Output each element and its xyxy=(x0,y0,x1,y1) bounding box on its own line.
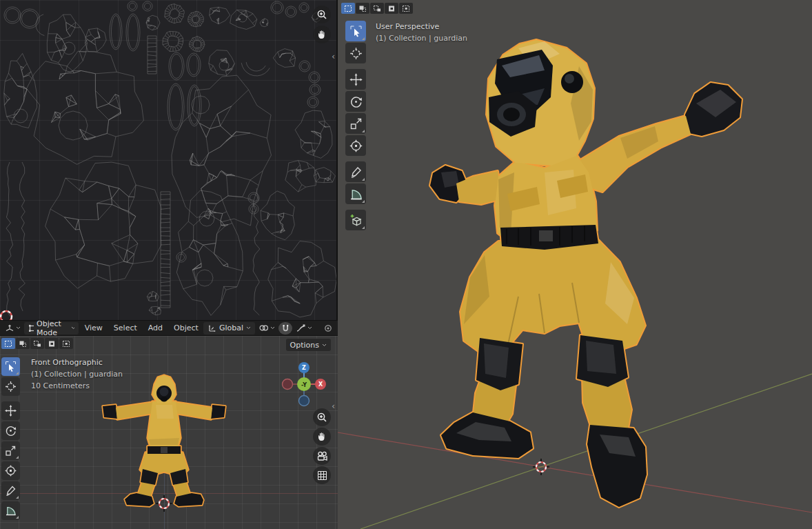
tool-annotate[interactable] xyxy=(1,481,20,500)
select-mode-extend[interactable] xyxy=(356,3,369,14)
chevron-down-icon xyxy=(71,326,74,330)
tool-rotate[interactable] xyxy=(1,421,20,440)
menu-view[interactable]: View xyxy=(80,322,108,334)
chevron-down-icon xyxy=(16,326,21,330)
mode-label: Object Mode xyxy=(37,319,68,337)
user-perspective-viewport[interactable]: User Perspective (1) Collection | guardi… xyxy=(338,0,812,529)
select-mode-intersect[interactable] xyxy=(59,338,73,349)
pivot-point-icon xyxy=(258,323,269,332)
tool-cursor[interactable] xyxy=(1,377,20,396)
select-mode-row-user xyxy=(341,3,413,14)
select-mode-intersect[interactable] xyxy=(399,3,413,14)
viewport-info-user: User Perspective (1) Collection | guardi… xyxy=(376,21,467,44)
uv-zoom-button[interactable] xyxy=(313,6,331,23)
select-mode-new[interactable] xyxy=(341,3,355,14)
tool-move[interactable] xyxy=(345,69,366,90)
navigation-gizmo[interactable]: Z X -Y xyxy=(281,361,327,408)
orientation-label: Global xyxy=(219,323,243,332)
tool-add-cube[interactable] xyxy=(345,210,366,230)
viewport-info-front: Front Orthographic (1) Collection | guar… xyxy=(31,357,123,392)
tool-measure[interactable] xyxy=(345,183,366,204)
tool-annotate[interactable] xyxy=(345,161,366,182)
grid-icon xyxy=(317,470,327,481)
view-label: User Perspective xyxy=(376,21,467,32)
proportional-falloff-icon xyxy=(296,323,306,332)
tool-transform[interactable] xyxy=(1,461,20,480)
options-dropdown[interactable]: Options xyxy=(286,339,331,351)
select-mode-invert[interactable] xyxy=(45,338,59,349)
chevron-down-icon xyxy=(270,326,275,330)
menu-add[interactable]: Add xyxy=(143,322,168,334)
toolbar-front xyxy=(1,357,20,521)
camera-icon xyxy=(316,451,328,461)
snap-magnet-icon xyxy=(281,323,290,333)
tool-rotate[interactable] xyxy=(345,91,366,112)
chevron-down-icon xyxy=(322,343,327,347)
view-label: Front Orthographic xyxy=(31,357,123,368)
breadcrumb: (1) Collection | guardian xyxy=(376,32,467,44)
gizmo-x-label: X xyxy=(318,381,323,388)
mode-dropdown[interactable]: Object Mode xyxy=(24,322,79,335)
3d-viewport-editor-icon xyxy=(5,323,14,332)
tool-scale[interactable] xyxy=(1,441,20,460)
hazmat-character-large[interactable] xyxy=(338,0,812,529)
menu-select[interactable]: Select xyxy=(109,322,142,334)
toolbar-user xyxy=(345,21,366,232)
tool-transform[interactable] xyxy=(345,135,366,156)
uv-pan-button[interactable] xyxy=(313,26,331,43)
select-mode-subtract[interactable] xyxy=(370,3,384,14)
gizmo-front-label: -Y xyxy=(301,382,307,388)
zoom-icon xyxy=(316,9,327,20)
scale-label: 10 Centimeters xyxy=(31,380,123,392)
gizmo-z-label: Z xyxy=(302,365,306,371)
tool-select-box[interactable] xyxy=(1,357,20,376)
select-mode-extend[interactable] xyxy=(16,338,30,349)
tool-select-box[interactable] xyxy=(345,21,366,41)
uv-region-collapse-arrow[interactable]: ‹ xyxy=(332,52,335,61)
proportional-edit-icon xyxy=(323,323,333,333)
viewport-header-menubar: Object Mode View Select Add Object Globa… xyxy=(0,321,338,336)
select-mode-new[interactable] xyxy=(1,338,15,349)
uv-2d-cursor xyxy=(0,308,15,321)
select-mode-subtract[interactable] xyxy=(30,338,44,349)
tool-cursor[interactable] xyxy=(345,43,366,63)
tool-scale[interactable] xyxy=(345,113,366,134)
select-mode-row-front xyxy=(1,338,73,349)
uv-wireframe xyxy=(0,0,338,321)
blender-window: { "menubar": { "editor_type_icon": "3d-v… xyxy=(0,0,812,529)
tool-measure[interactable] xyxy=(1,501,20,520)
gizmo-minus-x-axis[interactable] xyxy=(283,379,293,390)
menu-object[interactable]: Object xyxy=(169,322,203,334)
editor-type-selector[interactable] xyxy=(3,322,23,335)
breadcrumb: (1) Collection | guardian xyxy=(31,368,123,380)
chevron-down-icon xyxy=(307,326,312,330)
object-mode-icon xyxy=(28,324,34,332)
character-body xyxy=(103,375,225,506)
front-viewport[interactable]: Options Front Orthographic (1) Collectio… xyxy=(0,336,338,529)
proportional-edit-toggle[interactable] xyxy=(321,322,335,335)
transform-orientation-icon xyxy=(207,323,216,332)
3d-cursor-front xyxy=(155,495,173,512)
hand-icon xyxy=(316,29,327,40)
gizmo-minus-z-axis[interactable] xyxy=(299,396,309,406)
front-region-collapse-arrow[interactable]: ‹ xyxy=(332,402,335,410)
chevron-down-icon xyxy=(246,326,251,330)
zoom-icon xyxy=(316,412,327,423)
front-ortho-grid-button[interactable] xyxy=(313,466,331,484)
tool-move[interactable] xyxy=(1,401,20,420)
snap-toggle[interactable] xyxy=(278,322,292,335)
3d-cursor-user xyxy=(532,458,550,476)
front-zoom-button[interactable] xyxy=(313,408,331,426)
character-body xyxy=(430,40,742,507)
transform-orientation-dropdown[interactable]: Global xyxy=(203,322,255,335)
hand-icon xyxy=(316,431,327,442)
front-pan-button[interactable] xyxy=(313,428,331,446)
select-mode-invert[interactable] xyxy=(385,3,398,14)
uv-editor-panel[interactable]: ‹ xyxy=(0,0,338,321)
pivot-point-dropdown[interactable] xyxy=(256,322,277,335)
proportional-falloff-dropdown[interactable] xyxy=(294,322,314,335)
front-camera-view-button[interactable] xyxy=(313,447,331,465)
